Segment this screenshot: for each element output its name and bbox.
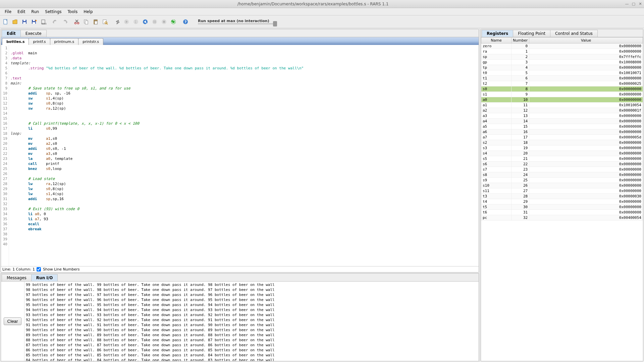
register-row[interactable]: a0100x00000000 xyxy=(481,97,643,103)
register-row[interactable]: s190x00000000 xyxy=(481,92,643,97)
tab-floating-point[interactable]: Floating Point xyxy=(513,30,550,37)
window-titlebar: /home/benjamin/Documents/workspace/rars/… xyxy=(0,0,644,8)
register-row[interactable]: a5150x00000000 xyxy=(481,124,643,129)
toolbar: ★ 0101 1 1 ? Run speed at max (no intera… xyxy=(0,15,644,28)
register-row[interactable]: a6160x00000000 xyxy=(481,129,643,135)
register-row[interactable]: s4200x00000000 xyxy=(481,151,643,156)
save-button[interactable] xyxy=(20,17,29,26)
menu-file[interactable]: File xyxy=(2,9,14,15)
svg-rect-29 xyxy=(163,21,165,23)
paste-button[interactable] xyxy=(91,17,100,26)
svg-rect-27 xyxy=(155,20,156,23)
minimize-icon[interactable]: — xyxy=(625,2,629,6)
help-button[interactable]: ? xyxy=(181,17,190,26)
svg-point-10 xyxy=(75,22,76,24)
svg-rect-6 xyxy=(33,22,35,24)
svg-text:★: ★ xyxy=(35,19,37,22)
undo-button[interactable] xyxy=(51,17,60,26)
pause-button[interactable] xyxy=(150,17,159,26)
tab-edit[interactable]: Edit xyxy=(2,30,21,37)
register-row[interactable]: s10260x00000000 xyxy=(481,183,643,188)
svg-rect-13 xyxy=(85,21,88,24)
step-back-button[interactable]: 1 xyxy=(141,17,150,26)
svg-text:0101: 0101 xyxy=(42,22,46,25)
svg-rect-26 xyxy=(154,20,154,23)
svg-rect-3 xyxy=(23,22,26,24)
register-row[interactable]: t050x10010071 xyxy=(481,70,643,76)
register-row[interactable]: gp30x10008000 xyxy=(481,60,643,65)
register-row[interactable]: sp20x7fffeffc xyxy=(481,54,643,60)
svg-point-25 xyxy=(152,19,157,24)
tab-run-io[interactable]: Run I/O xyxy=(31,274,58,281)
file-tabs-bar: bottles.sprintf.sprintnum.sprintstr.s xyxy=(1,37,479,45)
menu-help[interactable]: Help xyxy=(81,9,95,15)
dump-button[interactable]: 0101 xyxy=(39,17,48,26)
copy-button[interactable] xyxy=(82,17,91,26)
save-as-button[interactable]: ★ xyxy=(30,17,38,26)
register-row[interactable]: ra10x00000000 xyxy=(481,49,643,54)
register-row[interactable]: t160x00000000 xyxy=(481,76,643,81)
svg-point-11 xyxy=(77,22,79,24)
editor-status-bar: Line: 1 Column: 1 Show Line Numbers xyxy=(1,266,479,273)
tab-execute[interactable]: Execute xyxy=(20,30,47,37)
redo-button[interactable] xyxy=(60,17,69,26)
menubar: File Edit Run Settings Tools Help xyxy=(0,8,644,15)
file-tab[interactable]: printnum.s xyxy=(50,38,79,45)
register-row[interactable]: s3190x00000000 xyxy=(481,145,643,151)
register-row[interactable]: t4290x00000000 xyxy=(481,199,643,204)
register-row[interactable]: s080x00000000 xyxy=(481,86,643,92)
cut-button[interactable] xyxy=(72,17,81,26)
tab-registers[interactable]: Registers xyxy=(482,30,513,37)
clear-button[interactable]: Clear xyxy=(4,317,22,325)
stop-button[interactable] xyxy=(160,17,168,26)
register-row[interactable]: a3130x00000000 xyxy=(481,113,643,119)
console-output[interactable]: 99 bottles of beer of the wall. 99 bottl… xyxy=(24,282,479,361)
file-tab[interactable]: printstr.s xyxy=(78,38,103,45)
close-icon[interactable]: ✕ xyxy=(638,2,643,6)
code-editor[interactable]: .globl main .data template: .string "%d … xyxy=(9,45,479,266)
register-row[interactable]: zero00x00000000 xyxy=(481,44,643,49)
reg-col-number: Number xyxy=(512,38,529,44)
register-row[interactable]: s2180x00000000 xyxy=(481,140,643,145)
register-row[interactable]: pc320x00400054 xyxy=(481,215,643,221)
maximize-icon[interactable]: ▢ xyxy=(631,2,636,6)
register-row[interactable]: s8240x00000000 xyxy=(481,172,643,178)
reset-button[interactable] xyxy=(169,17,178,26)
register-row[interactable]: t6310x00000000 xyxy=(481,210,643,215)
svg-rect-15 xyxy=(95,19,97,20)
register-row[interactable]: t270x00000025 xyxy=(481,81,643,86)
register-row[interactable]: a4140x00000000 xyxy=(481,119,643,124)
register-row[interactable]: s5210x00000000 xyxy=(481,156,643,162)
register-row[interactable]: a7170x0000005d xyxy=(481,135,643,140)
cursor-position: Line: 1 Column: 1 xyxy=(2,267,35,272)
assemble-button[interactable] xyxy=(113,17,121,26)
register-row[interactable]: s11270x00000000 xyxy=(481,188,643,194)
menu-run[interactable]: Run xyxy=(29,9,42,15)
find-button[interactable] xyxy=(101,17,109,26)
register-row[interactable]: t5300x00000000 xyxy=(481,204,643,210)
file-tab[interactable]: bottles.s xyxy=(2,38,29,45)
open-file-button[interactable] xyxy=(11,17,19,26)
menu-edit[interactable]: Edit xyxy=(15,9,28,15)
register-row[interactable]: t3280x00000030 xyxy=(481,194,643,199)
register-row[interactable]: s7230x00000000 xyxy=(481,167,643,172)
run-button[interactable] xyxy=(122,17,131,26)
menu-settings[interactable]: Settings xyxy=(42,9,64,15)
register-row[interactable]: s6220x00000000 xyxy=(481,162,643,167)
register-row[interactable]: s9250x00000000 xyxy=(481,178,643,183)
svg-text:1: 1 xyxy=(146,22,147,25)
tab-messages[interactable]: Messages xyxy=(2,274,32,281)
step-button[interactable]: 1 xyxy=(131,17,140,26)
register-row[interactable]: tp40x00000000 xyxy=(481,65,643,70)
svg-text:?: ? xyxy=(184,20,186,24)
menu-tools[interactable]: Tools xyxy=(65,9,80,15)
register-row[interactable]: a1110x10010054 xyxy=(481,103,643,108)
run-speed-slider[interactable] xyxy=(198,23,275,24)
file-tab[interactable]: printf.s xyxy=(29,38,50,45)
new-file-button[interactable] xyxy=(1,17,10,26)
tab-control-status[interactable]: Control and Status xyxy=(550,30,598,37)
run-speed-label: Run speed at max (no interaction) xyxy=(198,19,275,23)
register-row[interactable]: a2120x0000001f xyxy=(481,108,643,113)
show-line-numbers-checkbox[interactable] xyxy=(37,267,41,272)
svg-line-19 xyxy=(107,23,108,24)
